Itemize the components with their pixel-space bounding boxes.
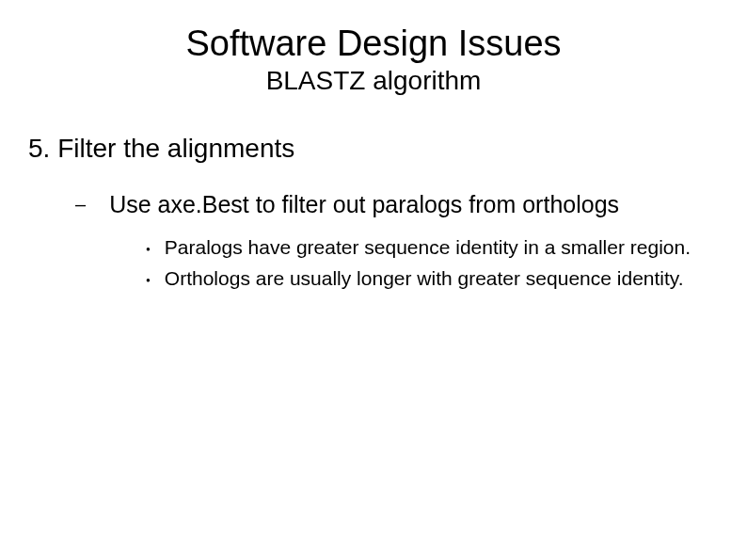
bullet-dash-icon: – [75,190,86,218]
bullet-dot-icon: ● [146,268,151,293]
list-item-level2: ● Orthologs are usually longer with grea… [146,266,728,293]
slide-title: Software Design Issues [19,24,728,64]
bullet-dot-icon: ● [146,237,151,262]
level1-text: Use axe.Best to filter out paralogs from… [109,190,619,218]
slide-subtitle: BLASTZ algorithm [19,66,728,96]
list-item-level2: ● Paralogs have greater sequence identit… [146,235,728,262]
level2-text: Orthologs are usually longer with greate… [165,266,684,291]
level2-text: Paralogs have greater sequence identity … [165,235,691,260]
section-header: 5. Filter the alignments [28,134,728,164]
list-item-level1: – Use axe.Best to filter out paralogs fr… [75,190,728,218]
